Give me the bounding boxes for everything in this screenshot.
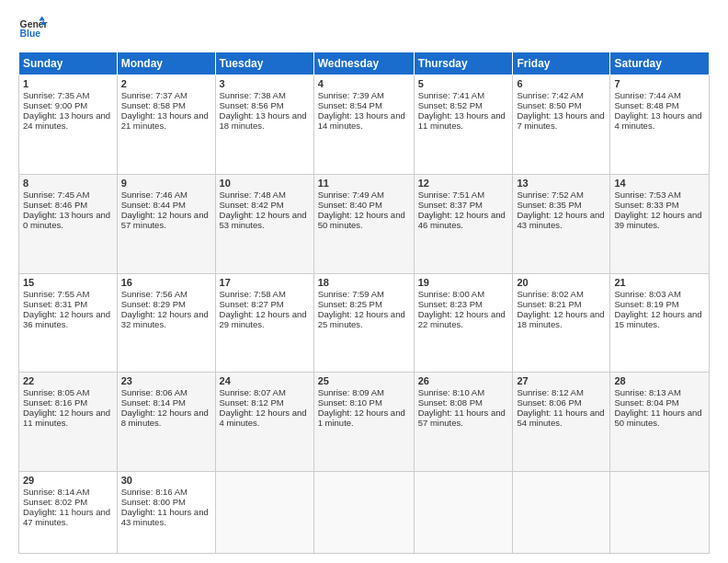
sunrise-text: Sunrise: 8:13 AM bbox=[614, 387, 680, 397]
day-number: 25 bbox=[318, 375, 410, 386]
sunset-text: Sunset: 8:48 PM bbox=[614, 100, 678, 110]
daylight-text: Daylight: 12 hours and 46 minutes. bbox=[418, 210, 506, 230]
calendar-cell: 7Sunrise: 7:44 AMSunset: 8:48 PMDaylight… bbox=[610, 75, 710, 175]
sunset-text: Sunset: 8:08 PM bbox=[418, 397, 483, 408]
calendar-cell: 27Sunrise: 8:12 AMSunset: 8:06 PMDayligh… bbox=[513, 373, 610, 472]
sunrise-text: Sunrise: 7:56 AM bbox=[121, 289, 188, 299]
day-number: 1 bbox=[23, 78, 113, 89]
day-number: 16 bbox=[121, 277, 211, 288]
daylight-text: Daylight: 11 hours and 47 minutes. bbox=[23, 507, 110, 527]
sunrise-text: Sunrise: 7:45 AM bbox=[23, 190, 89, 200]
sunrise-text: Sunrise: 7:41 AM bbox=[418, 90, 484, 100]
sunset-text: Sunset: 8:00 PM bbox=[121, 497, 186, 507]
daylight-text: Daylight: 12 hours and 22 minutes. bbox=[418, 309, 506, 329]
calendar-day-header: Saturday bbox=[610, 52, 710, 75]
day-number: 22 bbox=[23, 375, 113, 386]
sunrise-text: Sunrise: 7:55 AM bbox=[23, 289, 89, 299]
sunrise-text: Sunrise: 7:37 AM bbox=[121, 90, 188, 100]
daylight-text: Daylight: 13 hours and 4 minutes. bbox=[614, 110, 701, 131]
calendar-cell: 4Sunrise: 7:39 AMSunset: 8:54 PMDaylight… bbox=[313, 75, 414, 175]
calendar-row: 1Sunrise: 7:35 AMSunset: 9:00 PMDaylight… bbox=[19, 75, 710, 175]
sunrise-text: Sunrise: 8:07 AM bbox=[220, 387, 286, 397]
day-number: 6 bbox=[517, 78, 606, 89]
sunset-text: Sunset: 8:23 PM bbox=[418, 299, 483, 309]
sunset-text: Sunset: 9:00 PM bbox=[23, 100, 87, 110]
sunrise-text: Sunrise: 7:51 AM bbox=[418, 190, 484, 200]
sunset-text: Sunset: 8:04 PM bbox=[614, 397, 678, 408]
sunrise-text: Sunrise: 8:10 AM bbox=[418, 387, 484, 397]
calendar-day-header: Sunday bbox=[19, 52, 118, 75]
sunset-text: Sunset: 8:54 PM bbox=[318, 100, 382, 110]
calendar-row: 22Sunrise: 8:05 AMSunset: 8:16 PMDayligh… bbox=[19, 373, 710, 472]
sunset-text: Sunset: 8:12 PM bbox=[220, 397, 284, 408]
calendar-header-row: SundayMondayTuesdayWednesdayThursdayFrid… bbox=[19, 52, 710, 75]
sunrise-text: Sunrise: 8:00 AM bbox=[418, 289, 484, 299]
day-number: 7 bbox=[614, 78, 705, 89]
day-number: 28 bbox=[614, 375, 705, 386]
day-number: 29 bbox=[23, 475, 113, 486]
daylight-text: Daylight: 11 hours and 54 minutes. bbox=[517, 408, 604, 428]
sunset-text: Sunset: 8:19 PM bbox=[614, 299, 678, 309]
sunset-text: Sunset: 8:02 PM bbox=[23, 497, 87, 507]
sunrise-text: Sunrise: 7:38 AM bbox=[220, 90, 286, 100]
sunrise-text: Sunrise: 8:12 AM bbox=[517, 387, 583, 397]
day-number: 12 bbox=[418, 178, 509, 189]
sunset-text: Sunset: 8:25 PM bbox=[318, 299, 382, 309]
calendar-cell: 10Sunrise: 7:48 AMSunset: 8:42 PMDayligh… bbox=[215, 174, 313, 273]
daylight-text: Daylight: 12 hours and 25 minutes. bbox=[318, 309, 405, 329]
day-number: 5 bbox=[418, 78, 509, 89]
day-number: 3 bbox=[220, 78, 310, 89]
day-number: 21 bbox=[614, 277, 705, 288]
calendar-cell: 24Sunrise: 8:07 AMSunset: 8:12 PMDayligh… bbox=[215, 373, 313, 472]
sunrise-text: Sunrise: 8:16 AM bbox=[121, 487, 188, 497]
calendar-cell: 8Sunrise: 7:45 AMSunset: 8:46 PMDaylight… bbox=[19, 174, 118, 273]
daylight-text: Daylight: 12 hours and 36 minutes. bbox=[23, 309, 110, 329]
sunset-text: Sunset: 8:29 PM bbox=[121, 299, 186, 309]
calendar-cell: 19Sunrise: 8:00 AMSunset: 8:23 PMDayligh… bbox=[414, 273, 513, 373]
daylight-text: Daylight: 13 hours and 11 minutes. bbox=[418, 110, 506, 131]
sunset-text: Sunset: 8:31 PM bbox=[23, 299, 87, 309]
calendar-day-header: Thursday bbox=[414, 52, 513, 75]
sunset-text: Sunset: 8:33 PM bbox=[614, 200, 678, 210]
daylight-text: Daylight: 12 hours and 39 minutes. bbox=[614, 210, 701, 230]
sunset-text: Sunset: 8:42 PM bbox=[220, 200, 284, 210]
sunrise-text: Sunrise: 7:44 AM bbox=[614, 90, 680, 100]
daylight-text: Daylight: 12 hours and 57 minutes. bbox=[121, 210, 209, 230]
day-number: 27 bbox=[517, 375, 606, 386]
sunset-text: Sunset: 8:40 PM bbox=[318, 200, 382, 210]
calendar-cell: 18Sunrise: 7:59 AMSunset: 8:25 PMDayligh… bbox=[313, 273, 414, 373]
sunrise-text: Sunrise: 7:39 AM bbox=[318, 90, 384, 100]
calendar-cell: 3Sunrise: 7:38 AMSunset: 8:56 PMDaylight… bbox=[215, 75, 313, 175]
day-number: 9 bbox=[121, 178, 211, 189]
calendar-cell: 29Sunrise: 8:14 AMSunset: 8:02 PMDayligh… bbox=[19, 472, 118, 554]
calendar-cell: 25Sunrise: 8:09 AMSunset: 8:10 PMDayligh… bbox=[313, 373, 414, 472]
day-number: 2 bbox=[121, 78, 211, 89]
calendar-day-header: Wednesday bbox=[313, 52, 414, 75]
calendar-cell bbox=[313, 472, 414, 554]
sunrise-text: Sunrise: 8:06 AM bbox=[121, 387, 188, 397]
daylight-text: Daylight: 12 hours and 8 minutes. bbox=[121, 408, 209, 428]
calendar-cell: 13Sunrise: 7:52 AMSunset: 8:35 PMDayligh… bbox=[513, 174, 610, 273]
daylight-text: Daylight: 12 hours and 29 minutes. bbox=[220, 309, 307, 329]
sunrise-text: Sunrise: 8:05 AM bbox=[23, 387, 89, 397]
calendar-table: SundayMondayTuesdayWednesdayThursdayFrid… bbox=[18, 52, 710, 554]
calendar-cell: 15Sunrise: 7:55 AMSunset: 8:31 PMDayligh… bbox=[19, 273, 118, 373]
daylight-text: Daylight: 12 hours and 18 minutes. bbox=[517, 309, 604, 329]
sunset-text: Sunset: 8:46 PM bbox=[23, 200, 87, 210]
daylight-text: Daylight: 13 hours and 7 minutes. bbox=[517, 110, 604, 131]
logo-icon: General Blue bbox=[18, 15, 48, 44]
calendar-cell: 17Sunrise: 7:58 AMSunset: 8:27 PMDayligh… bbox=[215, 273, 313, 373]
day-number: 26 bbox=[418, 375, 509, 386]
sunset-text: Sunset: 8:14 PM bbox=[121, 397, 186, 408]
daylight-text: Daylight: 12 hours and 50 minutes. bbox=[318, 210, 405, 230]
calendar-cell: 1Sunrise: 7:35 AMSunset: 9:00 PMDaylight… bbox=[19, 75, 118, 175]
daylight-text: Daylight: 13 hours and 21 minutes. bbox=[121, 110, 209, 131]
calendar-cell bbox=[610, 472, 710, 554]
calendar-row: 8Sunrise: 7:45 AMSunset: 8:46 PMDaylight… bbox=[19, 174, 710, 273]
day-number: 19 bbox=[418, 277, 509, 288]
day-number: 11 bbox=[318, 178, 410, 189]
daylight-text: Daylight: 12 hours and 1 minute. bbox=[318, 408, 405, 428]
calendar-cell: 14Sunrise: 7:53 AMSunset: 8:33 PMDayligh… bbox=[610, 174, 710, 273]
calendar-day-header: Monday bbox=[117, 52, 215, 75]
sunset-text: Sunset: 8:58 PM bbox=[121, 100, 186, 110]
